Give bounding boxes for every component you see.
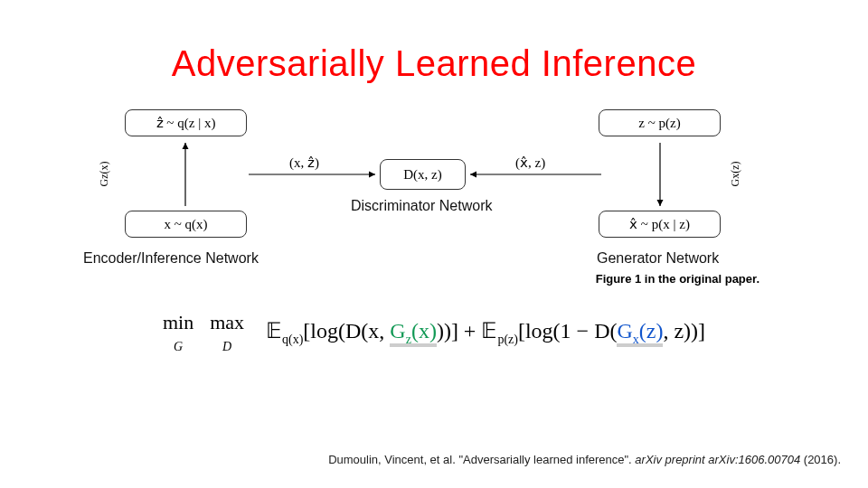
side-label-gz: Gz(x) bbox=[98, 162, 111, 187]
edge-label-right: (x̂, z) bbox=[515, 155, 545, 171]
page-title: Adversarially Learned Inference bbox=[0, 43, 868, 84]
architecture-diagram: ẑ ~ q(z | x) x ~ q(x) z ~ p(z) x̂ ~ p(x … bbox=[108, 111, 760, 256]
node-discriminator: D(x, z) bbox=[380, 159, 466, 190]
formula-text: [log(D(x, bbox=[303, 319, 390, 343]
expectation-p: 𝔼p(z) bbox=[481, 319, 518, 343]
side-label-gx: Gx(z) bbox=[729, 162, 742, 187]
node-z-p: z ~ p(z) bbox=[599, 109, 721, 136]
discriminator-label: Discriminator Network bbox=[351, 198, 492, 214]
citation-authors: Dumoulin, Vincent, et al. "Adversarially… bbox=[328, 453, 635, 466]
encoder-label: Encoder/Inference Network bbox=[83, 250, 259, 267]
expectation-q: 𝔼q(x) bbox=[266, 319, 303, 343]
objective-formula: minG maxD 𝔼q(x)[log(D(x, Gz(x)))] + 𝔼p(z… bbox=[0, 311, 868, 354]
gz-term: Gz(x) bbox=[390, 319, 437, 347]
formula-text: , z))] bbox=[663, 319, 705, 343]
node-x-q: x ~ q(x) bbox=[125, 211, 247, 238]
node-x-hat: x̂ ~ p(x | z) bbox=[599, 211, 721, 238]
node-z-hat: ẑ ~ q(z | x) bbox=[125, 109, 247, 136]
edge-label-left: (x, ẑ) bbox=[289, 155, 319, 171]
figure-caption: Figure 1 in the original paper. bbox=[0, 272, 760, 286]
max-operator: maxD bbox=[210, 311, 244, 354]
min-operator: minG bbox=[163, 311, 193, 354]
gx-term: Gx(z) bbox=[617, 319, 663, 347]
generator-label: Generator Network bbox=[597, 250, 719, 267]
citation-year: (2016). bbox=[800, 453, 841, 466]
citation-venue: arXiv preprint arXiv:1606.00704 bbox=[635, 453, 800, 466]
formula-text: [log(1 − D( bbox=[518, 319, 618, 343]
citation: Dumoulin, Vincent, et al. "Adversarially… bbox=[328, 453, 841, 466]
formula-text: ))] + bbox=[437, 319, 482, 343]
